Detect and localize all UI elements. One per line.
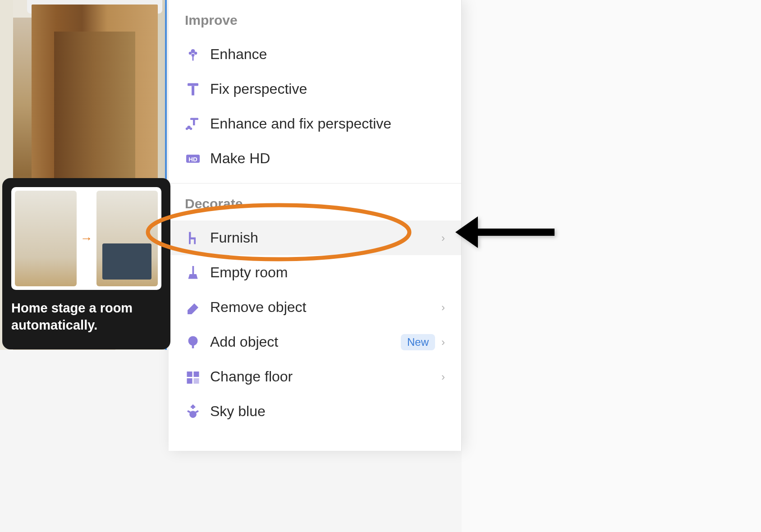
svg-point-25 — [190, 412, 196, 417]
menu-label: Remove object — [210, 299, 441, 316]
background-area — [462, 0, 761, 532]
svg-rect-24 — [194, 378, 199, 384]
svg-rect-6 — [192, 86, 194, 95]
svg-rect-15 — [189, 237, 196, 239]
tooltip-after-image — [96, 191, 158, 286]
menu-item-change-floor[interactable]: Change floor › — [169, 359, 461, 394]
svg-rect-20 — [192, 344, 194, 348]
svg-point-19 — [188, 336, 198, 345]
tooltip-preview-images: → — [11, 187, 161, 290]
chevron-right-icon: › — [441, 336, 445, 349]
chair-icon — [185, 230, 201, 246]
eraser-icon — [185, 299, 201, 316]
menu-label: Add object — [210, 334, 401, 350]
svg-point-2 — [194, 51, 197, 55]
svg-rect-7 — [190, 118, 198, 120]
section-header-decorate: Decorate — [169, 183, 461, 220]
hd-icon: HD — [185, 151, 201, 167]
svg-text:HD: HD — [188, 156, 197, 163]
menu-item-make-hd[interactable]: HD Make HD — [169, 141, 461, 176]
tree-icon — [185, 334, 201, 350]
menu-item-add-object[interactable]: Add object New › — [169, 325, 461, 359]
svg-line-27 — [188, 411, 190, 412]
actions-menu: Improve Enhance Fix perspective Enhance … — [169, 0, 462, 451]
menu-label: Sky blue — [210, 403, 445, 420]
menu-item-enhance-fix[interactable]: Enhance and fix perspective — [169, 106, 461, 141]
tooltip-card: → Home stage a room automatically. — [2, 178, 170, 349]
svg-point-1 — [189, 51, 192, 55]
svg-rect-21 — [187, 371, 193, 377]
menu-item-empty-room[interactable]: Empty room — [169, 255, 461, 290]
menu-label: Empty room — [210, 264, 445, 281]
floor-icon — [185, 369, 201, 385]
new-badge: New — [401, 334, 435, 350]
tooltip-before-image — [15, 191, 77, 286]
menu-label: Furnish — [210, 229, 441, 246]
svg-point-11 — [190, 127, 192, 129]
svg-line-28 — [196, 411, 198, 412]
tooltip-text: Home stage a room automatically. — [11, 300, 161, 334]
menu-item-fix-perspective[interactable]: Fix perspective — [169, 72, 461, 106]
flower-icon — [185, 46, 201, 63]
svg-rect-8 — [193, 120, 195, 125]
menu-label: Enhance — [210, 46, 445, 63]
svg-point-10 — [186, 127, 188, 129]
broom-icon — [185, 265, 201, 281]
svg-rect-5 — [188, 83, 198, 86]
menu-label: Fix perspective — [210, 81, 445, 97]
menu-item-enhance[interactable]: Enhance — [169, 37, 461, 72]
chevron-right-icon: › — [441, 371, 445, 383]
svg-rect-18 — [193, 266, 194, 274]
perspective-icon — [185, 81, 201, 97]
chevron-right-icon: › — [441, 301, 445, 314]
svg-rect-4 — [193, 55, 194, 60]
menu-label: Make HD — [210, 150, 445, 167]
svg-rect-17 — [194, 239, 196, 244]
svg-rect-23 — [187, 378, 193, 384]
menu-label: Change floor — [210, 368, 441, 385]
svg-rect-16 — [189, 239, 191, 244]
chevron-right-icon: › — [441, 232, 445, 244]
svg-rect-22 — [194, 371, 199, 377]
flower-perspective-icon — [185, 116, 201, 132]
menu-item-sky-blue[interactable]: Sky blue — [169, 394, 461, 429]
arrow-right-icon: → — [80, 231, 93, 246]
menu-label: Enhance and fix perspective — [210, 115, 445, 132]
menu-item-remove-object[interactable]: Remove object › — [169, 290, 461, 325]
sun-icon — [185, 404, 201, 420]
menu-item-furnish[interactable]: Furnish › — [169, 220, 461, 255]
section-header-improve: Improve — [169, 0, 461, 37]
